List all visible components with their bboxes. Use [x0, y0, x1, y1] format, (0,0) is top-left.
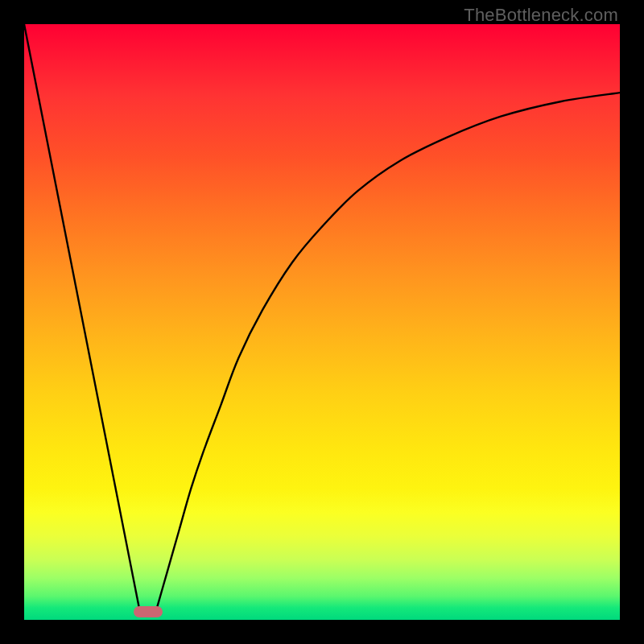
plot-area	[24, 24, 620, 620]
left-line	[24, 24, 140, 614]
bottleneck-marker	[134, 606, 163, 617]
curve-svg	[24, 24, 620, 620]
watermark-text: TheBottleneck.com	[464, 5, 618, 26]
chart-frame: TheBottleneck.com	[0, 0, 644, 644]
right-curve	[155, 93, 620, 614]
